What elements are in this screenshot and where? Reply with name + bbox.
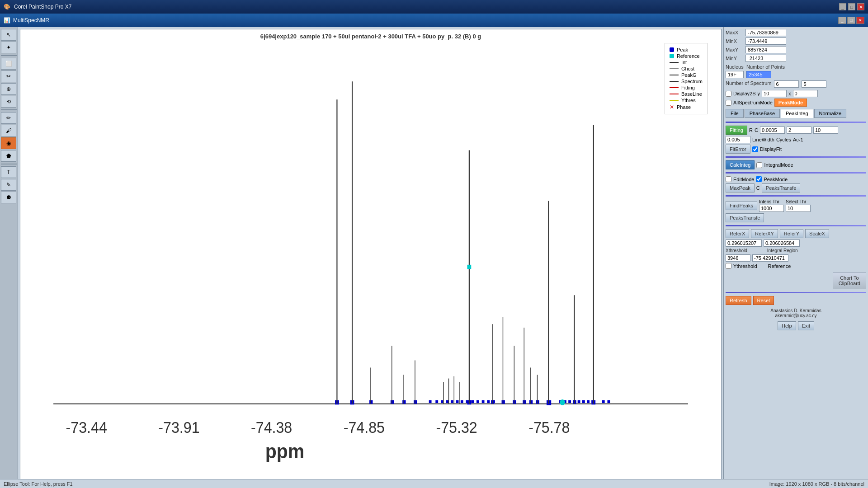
tool-arrow[interactable]: ↖ (1, 29, 16, 41)
x-value[interactable]: 0 (793, 90, 818, 97)
peakstranfe2-button[interactable]: PeaksTransfe (726, 213, 764, 222)
app-close-button[interactable]: ✕ (856, 17, 864, 24)
help-button[interactable]: Help (778, 321, 796, 330)
xthreshold-value[interactable]: 3946 (726, 254, 750, 262)
fiterror-button[interactable]: FitError (726, 145, 750, 154)
tool-ellipse[interactable]: ◉ (1, 137, 16, 149)
value2: 0.206026584 (764, 239, 800, 247)
minimize-button[interactable]: _ (839, 3, 846, 10)
nmr-icon: 📊 (4, 17, 10, 23)
right-panel: MaxX -75.78360869 MinX -73.4449 MaxY 885… (723, 27, 868, 488)
tool-zoom[interactable]: ⊕ (1, 83, 16, 95)
intens-thr-label: Intens Thr (759, 199, 784, 204)
fit-value3[interactable]: 10 (813, 127, 838, 134)
nucleus-value: 19F (726, 71, 744, 78)
minx-value: -73.4449 (745, 38, 786, 45)
app-restore-button[interactable]: □ (847, 17, 855, 24)
minx-label: MinX (726, 38, 744, 44)
select-thr-value[interactable]: 10 (786, 205, 811, 212)
fit-value1[interactable]: 0.0005 (760, 127, 785, 134)
fitting-button[interactable]: Fitting (726, 126, 747, 135)
chart-to-clipboard-button[interactable]: Chart To ClipBoard (833, 272, 866, 289)
cycles-label: Cycles (776, 137, 791, 142)
display2s-checkbox[interactable] (726, 91, 731, 97)
legend-baseline: BaseLine (670, 91, 703, 97)
svg-rect-59 (582, 400, 585, 403)
legend-peakg: PeakG (670, 72, 703, 78)
refresh-button[interactable]: Refresh (726, 296, 751, 305)
referx-button[interactable]: ReferX (726, 229, 749, 238)
fit-value2[interactable]: 2 (787, 127, 811, 134)
legend-ythres-label: Ythres (681, 98, 696, 103)
legend-fitting-icon (670, 87, 679, 88)
svg-point-68 (560, 399, 565, 405)
ythreshold-checkbox[interactable] (726, 263, 731, 269)
legend-peakg-icon (670, 75, 679, 75)
findpeaks-button[interactable]: FindPeaks (726, 201, 757, 210)
svg-rect-25 (456, 400, 459, 403)
legend-ref-icon (670, 54, 674, 58)
scalex-button[interactable]: ScaleX (805, 229, 829, 238)
tool-fill[interactable]: ⚈ (1, 192, 16, 203)
tool-pen[interactable]: ✏ (1, 112, 16, 124)
tool-rotate[interactable]: ⟲ (1, 96, 16, 108)
y-label: y (758, 91, 760, 96)
exit-button[interactable]: Exit (798, 321, 814, 330)
y-value[interactable]: 10 (762, 90, 787, 97)
tool-shape[interactable]: ⬟ (1, 150, 16, 162)
maxy-value: 8857824 (745, 46, 786, 53)
allspectrum-row: AllSpectrumMode PeakMode (726, 99, 866, 107)
svg-rect-18 (414, 400, 417, 404)
app-minimize-button[interactable]: _ (838, 17, 846, 24)
display2s-row: Display2S y 10 x 0 (726, 90, 866, 97)
tab-peakinteg[interactable]: PeakInteg (781, 109, 813, 118)
reset-button[interactable]: Reset (753, 296, 774, 305)
tool-crop[interactable]: ✂ (1, 70, 16, 82)
legend-phase: ✕ Phase (670, 104, 703, 110)
peakstranfe-button[interactable]: PeaksTransfe (762, 183, 800, 192)
peakstranfe2-row: PeaksTransfe (726, 213, 866, 222)
tab-normalize[interactable]: Normalize (814, 109, 847, 118)
peakmode-checkbox[interactable] (756, 176, 762, 182)
svg-text:-73.44: -73.44 (66, 418, 107, 436)
legend-phase-label: Phase (677, 104, 691, 110)
allspectrum-checkbox[interactable] (726, 100, 731, 106)
tool-text[interactable]: T (1, 166, 16, 178)
tab-phasebase[interactable]: PhaseBase (745, 109, 780, 118)
intens-thr-value[interactable]: 1000 (759, 205, 784, 212)
integralmode-checkbox[interactable] (756, 162, 762, 168)
peakmode-label[interactable]: PeakMode (774, 99, 807, 107)
maximize-button[interactable]: □ (848, 3, 855, 10)
xthreshold-label: Xthreshold (726, 248, 747, 253)
fit-value4[interactable]: 0.005 (726, 136, 750, 143)
app-title: Corel PaintShop Pro X7 (14, 4, 71, 10)
status-right: Image: 868 x 488 x RGB - 8 bits/channe… (769, 481, 864, 487)
legend-ghost-icon (670, 68, 679, 69)
tool-line[interactable]: ✎ (1, 179, 16, 191)
referxy-button[interactable]: ReferXY (751, 229, 778, 238)
calcinteg-button[interactable]: CalcInteg (726, 160, 755, 169)
close-button[interactable]: ✕ (857, 3, 864, 10)
tab-file[interactable]: File (726, 109, 744, 118)
svg-text:ppm: ppm (265, 440, 304, 462)
app-window-title: MultiSpecNMR (13, 17, 49, 23)
nav-tabs: File PhaseBase PeakInteg Normalize (726, 109, 866, 118)
legend-fitting: Fitting (670, 85, 703, 90)
divider-6 (726, 292, 866, 293)
refery-button[interactable]: ReferY (780, 229, 803, 238)
num-points-value: 25345 (746, 71, 771, 78)
chart-legend: Peak Reference Int Ghost PeakG (665, 43, 708, 114)
maxpeak-button[interactable]: MaxPeak (726, 183, 755, 192)
svg-rect-28 (471, 400, 474, 403)
displayfit-checkbox[interactable] (752, 146, 758, 152)
tool-select[interactable]: ✦ (1, 42, 16, 53)
tool-sep-2 (1, 109, 17, 110)
editmode-checkbox[interactable] (726, 176, 731, 182)
legend-int-icon (670, 62, 679, 63)
num-points-label: Number of Points (746, 64, 785, 70)
tool-brush[interactable]: 🖌 (1, 125, 16, 136)
tool-rect[interactable]: ⬜ (1, 58, 16, 70)
title-bar: 🎨 Corel PaintShop Pro X7 _ □ ✕ (0, 0, 868, 14)
threshold-values-row: 3946 -75.42910471 (726, 254, 866, 262)
integral-value[interactable]: -75.42910471 (752, 254, 788, 262)
